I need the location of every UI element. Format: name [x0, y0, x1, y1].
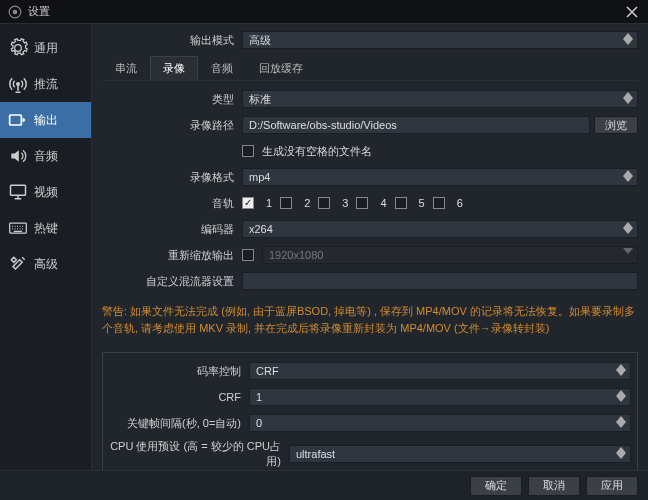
updown-icon: [623, 92, 635, 104]
updown-icon: [623, 170, 635, 182]
rate-control-label: 码率控制: [109, 364, 249, 379]
format-select[interactable]: mp4: [242, 168, 638, 186]
rescale-select: 1920x1080: [262, 246, 638, 264]
sidebar-item-label: 视频: [34, 184, 58, 201]
path-label: 录像路径: [102, 118, 242, 133]
cancel-button[interactable]: 取消: [528, 476, 580, 496]
updown-icon: [623, 33, 635, 45]
output-icon: [8, 110, 28, 130]
rescale-checkbox[interactable]: [242, 249, 254, 261]
antenna-icon: [8, 74, 28, 94]
track-1-checkbox[interactable]: [242, 197, 254, 209]
sidebar-item-audio[interactable]: 音频: [0, 138, 91, 174]
dialog-footer: 确定 取消 应用: [0, 470, 648, 500]
svg-rect-3: [10, 115, 22, 125]
muxer-label: 自定义混流器设置: [102, 274, 242, 289]
tab-audio[interactable]: 音频: [198, 56, 246, 80]
tracks-label: 音轨: [102, 196, 242, 211]
chevron-down-icon: [623, 248, 635, 254]
window-title: 设置: [28, 4, 624, 19]
sidebar-item-label: 热键: [34, 220, 58, 237]
svg-rect-4: [11, 185, 26, 195]
sidebar: 通用 推流 输出 音频 视频 热键 高级: [0, 24, 92, 470]
app-icon: [8, 5, 22, 19]
sidebar-item-stream[interactable]: 推流: [0, 66, 91, 102]
updown-icon: [623, 222, 635, 234]
muxer-input[interactable]: [242, 272, 638, 290]
track-2-checkbox[interactable]: [280, 197, 292, 209]
monitor-icon: [8, 182, 28, 202]
content-panel: 输出模式 高级 串流 录像 音频 回放缓存 类型 标准 录像路径 D:/Soft…: [92, 24, 648, 470]
keyint-spinbox[interactable]: 0: [249, 414, 631, 432]
tab-streaming[interactable]: 串流: [102, 56, 150, 80]
apply-button[interactable]: 应用: [586, 476, 638, 496]
warning-text: 警告: 如果文件无法完成 (例如, 由于蓝屏BSOD, 掉电等) , 保存到 M…: [102, 297, 638, 346]
preset-label: CPU 使用预设 (高 = 较少的 CPU占用): [109, 439, 289, 469]
output-mode-label: 输出模式: [102, 33, 242, 48]
type-select[interactable]: 标准: [242, 90, 638, 108]
sidebar-item-output[interactable]: 输出: [0, 102, 91, 138]
sidebar-item-hotkeys[interactable]: 热键: [0, 210, 91, 246]
sidebar-item-advanced[interactable]: 高级: [0, 246, 91, 282]
no-space-label: 生成没有空格的文件名: [262, 144, 372, 159]
gear-icon: [8, 38, 28, 58]
output-mode-select[interactable]: 高级: [242, 31, 638, 49]
track-6-checkbox[interactable]: [433, 197, 445, 209]
tools-icon: [8, 254, 28, 274]
close-icon[interactable]: [624, 4, 640, 20]
keyboard-icon: [8, 218, 28, 238]
no-space-checkbox[interactable]: [242, 145, 254, 157]
path-input[interactable]: D:/Software/obs-studio/Videos: [242, 116, 590, 134]
sidebar-item-general[interactable]: 通用: [0, 30, 91, 66]
format-label: 录像格式: [102, 170, 242, 185]
crf-label: CRF: [109, 391, 249, 403]
rate-control-select[interactable]: CRF: [249, 362, 631, 380]
sidebar-item-label: 高级: [34, 256, 58, 273]
updown-icon: [616, 390, 628, 402]
keyint-label: 关键帧间隔(秒, 0=自动): [109, 416, 249, 431]
tab-replay[interactable]: 回放缓存: [246, 56, 316, 80]
encoder-label: 编码器: [102, 222, 242, 237]
preset-select[interactable]: ultrafast: [289, 445, 631, 463]
rescale-label: 重新缩放输出: [102, 248, 242, 263]
speaker-icon: [8, 146, 28, 166]
track-5-checkbox[interactable]: [395, 197, 407, 209]
sidebar-item-video[interactable]: 视频: [0, 174, 91, 210]
type-label: 类型: [102, 92, 242, 107]
browse-button[interactable]: 浏览: [594, 116, 638, 134]
encoder-settings-group: 码率控制 CRF CRF 1 关键帧间隔(秒, 0=自动) 0 CPU 使用预设…: [102, 352, 638, 470]
output-tabs: 串流 录像 音频 回放缓存: [102, 56, 638, 81]
tab-recording[interactable]: 录像: [150, 56, 198, 80]
sidebar-item-label: 通用: [34, 40, 58, 57]
sidebar-item-label: 输出: [34, 112, 58, 129]
svg-point-1: [13, 9, 18, 14]
sidebar-item-label: 推流: [34, 76, 58, 93]
track-checks: 1 2 3 4 5 6: [242, 197, 638, 209]
track-3-checkbox[interactable]: [318, 197, 330, 209]
ok-button[interactable]: 确定: [470, 476, 522, 496]
title-bar: 设置: [0, 0, 648, 24]
updown-icon: [616, 447, 628, 459]
track-4-checkbox[interactable]: [356, 197, 368, 209]
sidebar-item-label: 音频: [34, 148, 58, 165]
updown-icon: [616, 416, 628, 428]
crf-spinbox[interactable]: 1: [249, 388, 631, 406]
encoder-select[interactable]: x264: [242, 220, 638, 238]
updown-icon: [616, 364, 628, 376]
